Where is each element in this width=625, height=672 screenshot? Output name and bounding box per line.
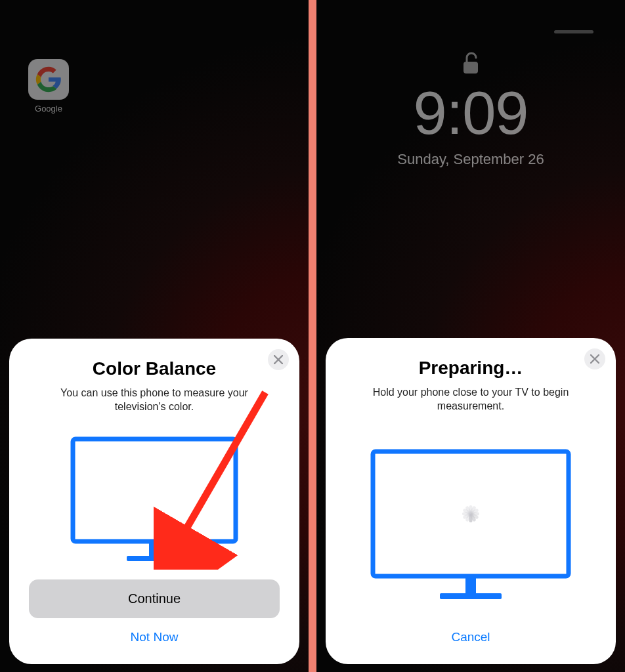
- spinner-icon: [456, 499, 485, 528]
- lockscreen-time: 9:09: [316, 79, 625, 148]
- sheet-title: Preparing…: [419, 358, 523, 379]
- sheet-description: You can use this phone to measure your t…: [36, 386, 272, 414]
- continue-button[interactable]: Continue: [29, 579, 280, 618]
- svg-rect-7: [440, 593, 502, 599]
- close-icon: [590, 354, 599, 364]
- phone-screenshot-right: 9:09 Sunday, September 26 Preparing… Hol…: [316, 0, 625, 672]
- phone-screenshot-left: Google Color Balance You can use this ph…: [0, 0, 309, 672]
- svg-rect-6: [465, 576, 476, 593]
- cancel-button[interactable]: Cancel: [451, 618, 490, 650]
- sheet-title: Color Balance: [93, 358, 216, 379]
- app-icon-label: Google: [26, 104, 71, 114]
- app-icon-google[interactable]: Google: [26, 59, 71, 114]
- tv-icon: [69, 435, 240, 566]
- not-now-button[interactable]: Not Now: [131, 618, 179, 650]
- svg-rect-4: [463, 62, 478, 74]
- close-button[interactable]: [268, 349, 289, 370]
- unlock-icon: [316, 51, 625, 79]
- google-logo-icon: [35, 66, 62, 93]
- color-balance-sheet: Color Balance You can use this phone to …: [9, 339, 299, 664]
- app-icon-tile: [28, 59, 69, 100]
- preparing-sheet: Preparing… Hold your phone close to your…: [326, 338, 616, 664]
- close-icon: [274, 355, 283, 364]
- lockscreen-date: Sunday, September 26: [316, 151, 625, 168]
- close-button[interactable]: [584, 348, 605, 369]
- svg-rect-2: [127, 556, 182, 561]
- tv-icon: [369, 448, 572, 605]
- sheet-grabber[interactable]: [554, 30, 593, 33]
- svg-rect-0: [73, 439, 236, 541]
- sheet-description: Hold your phone close to your TV to begi…: [353, 385, 589, 413]
- svg-rect-1: [149, 541, 160, 556]
